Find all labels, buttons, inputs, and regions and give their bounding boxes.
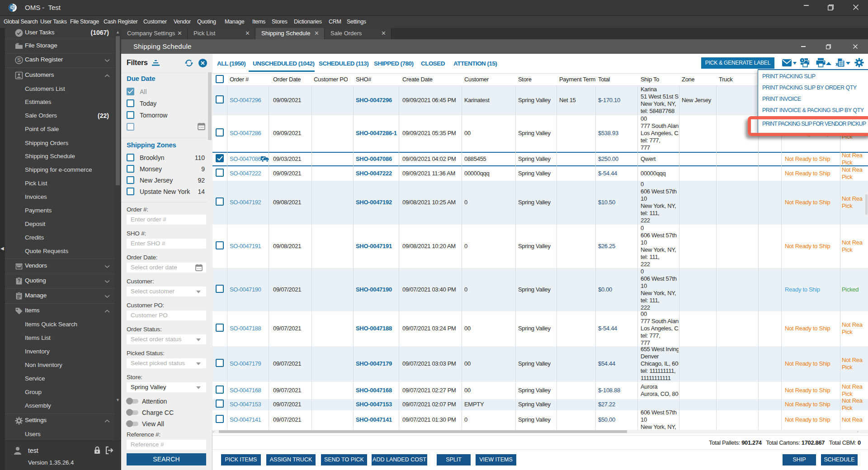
svg-text:?: ?: [18, 279, 20, 284]
svg-text:S: S: [17, 57, 21, 63]
